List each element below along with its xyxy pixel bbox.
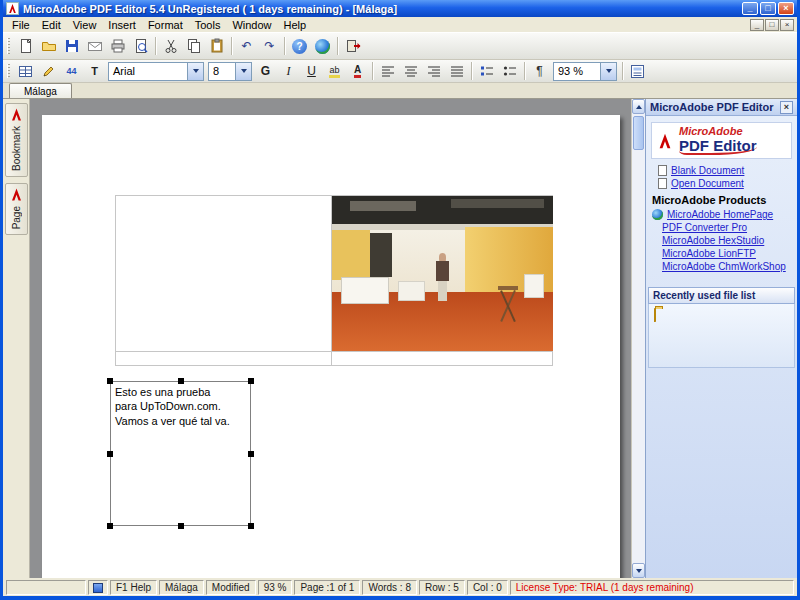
exit-icon[interactable] (341, 35, 364, 57)
maximize-button[interactable]: □ (760, 2, 776, 15)
photo-doorway (370, 233, 392, 276)
insert-table-icon[interactable] (14, 60, 37, 82)
document-page[interactable]: Esto es una prueba para UpToDown.com. Va… (42, 115, 620, 578)
selected-text-box[interactable]: Esto es una prueba para UpToDown.com. Va… (110, 381, 251, 526)
paste-icon[interactable] (205, 35, 228, 57)
logo-pdf-icon (656, 132, 674, 150)
booth-photo-image[interactable] (332, 196, 553, 351)
resize-handle-top-center[interactable] (178, 378, 184, 384)
numbered-list-icon[interactable] (475, 60, 498, 82)
align-left-icon[interactable] (376, 60, 399, 82)
bold-button[interactable]: G (254, 60, 277, 82)
font-size-value: 8 (209, 63, 235, 80)
menu-edit[interactable]: Edit (36, 18, 67, 32)
bullet-list-icon[interactable] (498, 60, 521, 82)
product-link-pdf-converter[interactable]: PDF Converter Pro (646, 221, 797, 234)
zoom-dropdown-icon[interactable] (600, 63, 616, 80)
print-icon[interactable] (106, 35, 129, 57)
font-color-icon[interactable]: A (346, 60, 369, 82)
product-link-homepage[interactable]: MicroAdobe HomePage (646, 208, 797, 221)
font-size-dropdown-icon[interactable] (235, 63, 251, 80)
standard-toolbar: ↶ ↷ ? (3, 33, 797, 60)
highlight-icon[interactable]: ab (323, 60, 346, 82)
product-link-chmworkshop[interactable]: MicroAdobe ChmWorkShop (646, 260, 797, 273)
resize-handle-top-left[interactable] (107, 378, 113, 384)
font-name-value: Arial (109, 63, 187, 80)
resize-handle-middle-right[interactable] (248, 451, 254, 457)
font-size-combobox[interactable]: 8 (208, 62, 252, 81)
scroll-down-icon[interactable] (632, 563, 645, 578)
menu-view[interactable]: View (67, 18, 103, 32)
close-button[interactable]: × (778, 2, 794, 15)
blank-document-link[interactable]: Blank Document (646, 164, 797, 177)
menu-help[interactable]: Help (278, 18, 313, 32)
redo-icon[interactable]: ↷ (258, 35, 281, 57)
recent-files-list[interactable] (648, 304, 795, 368)
scroll-up-icon[interactable] (632, 99, 645, 114)
vertical-scrollbar[interactable] (631, 99, 645, 578)
email-icon[interactable] (83, 35, 106, 57)
products-section-title: MicroAdobe Products (646, 190, 797, 208)
align-justify-icon[interactable] (445, 60, 468, 82)
page-tab[interactable]: Page (5, 183, 28, 235)
edit-pencil-icon[interactable] (37, 60, 60, 82)
menu-file[interactable]: File (6, 18, 36, 32)
photo-ceiling-beam (350, 201, 416, 212)
scrollbar-track[interactable] (632, 114, 645, 563)
formatting-toolbar: 44 T Arial 8 G I U ab A (3, 60, 797, 83)
folder-icon[interactable] (654, 308, 656, 322)
textbox-line: para UpToDown.com. (115, 399, 246, 413)
product-link-hexstudio[interactable]: MicroAdobe HexStudio (646, 234, 797, 247)
help-icon[interactable]: ? (288, 35, 311, 57)
cut-icon[interactable] (159, 35, 182, 57)
toolbar-grip[interactable] (7, 38, 10, 55)
font-name-dropdown-icon[interactable] (187, 63, 203, 80)
product-link-lionftp[interactable]: MicroAdobe LionFTP (646, 247, 797, 260)
task-panel-header: MicroAdobe PDF Editor × (646, 99, 797, 116)
blank-document-icon (658, 165, 667, 176)
mdi-restore-button[interactable]: □ (765, 19, 779, 31)
menu-format[interactable]: Format (142, 18, 189, 32)
status-row: Row : 5 (419, 580, 465, 595)
font-size-tool-icon[interactable]: 44 (60, 60, 83, 82)
web-globe-icon[interactable] (311, 35, 334, 57)
minimize-button[interactable]: _ (742, 2, 758, 15)
photo-wall-glow-left (332, 230, 370, 280)
open-document-link[interactable]: Open Document (646, 177, 797, 190)
mdi-close-button[interactable]: × (780, 19, 794, 31)
mdi-minimize-button[interactable]: _ (750, 19, 764, 31)
save-icon[interactable] (60, 35, 83, 57)
main-area: Bookmark Page (3, 99, 797, 578)
text-tool-icon[interactable]: T (83, 60, 106, 82)
align-right-icon[interactable] (422, 60, 445, 82)
bookmark-tab[interactable]: Bookmark (5, 103, 28, 177)
resize-handle-top-right[interactable] (248, 378, 254, 384)
underline-button[interactable]: U (300, 60, 323, 82)
scrollbar-thumb[interactable] (633, 116, 644, 150)
font-name-combobox[interactable]: Arial (108, 62, 204, 81)
resize-handle-bottom-right[interactable] (248, 523, 254, 529)
photo-stool (493, 286, 522, 323)
pilcrow-icon[interactable]: ¶ (528, 60, 551, 82)
menu-tools[interactable]: Tools (189, 18, 227, 32)
object-properties-icon[interactable] (626, 60, 649, 82)
task-panel-close-icon[interactable]: × (780, 101, 793, 114)
toolbar-separator (471, 62, 472, 80)
document-table[interactable] (115, 195, 553, 366)
new-document-icon[interactable] (14, 35, 37, 57)
italic-button[interactable]: I (277, 60, 300, 82)
resize-handle-bottom-center[interactable] (178, 523, 184, 529)
resize-handle-middle-left[interactable] (107, 451, 113, 457)
print-preview-icon[interactable] (129, 35, 152, 57)
open-document-icon[interactable] (37, 35, 60, 57)
zoom-combobox[interactable]: 93 % (553, 62, 617, 81)
align-center-icon[interactable] (399, 60, 422, 82)
zoom-value: 93 % (554, 63, 600, 80)
menu-insert[interactable]: Insert (102, 18, 142, 32)
copy-icon[interactable] (182, 35, 205, 57)
resize-handle-bottom-left[interactable] (107, 523, 113, 529)
undo-icon[interactable]: ↶ (235, 35, 258, 57)
toolbar-grip[interactable] (7, 64, 10, 78)
tab-malaga[interactable]: Málaga (9, 83, 72, 98)
menu-window[interactable]: Window (226, 18, 277, 32)
